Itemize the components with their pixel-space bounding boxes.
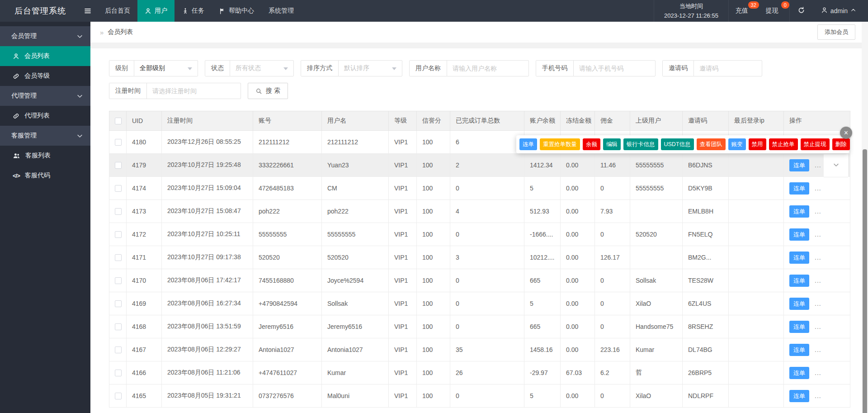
- sidebar-item-客服列表[interactable]: 客服列表: [0, 146, 90, 166]
- top-menu-item-任务[interactable]: 任务: [175, 0, 212, 22]
- row-checkbox[interactable]: [115, 231, 122, 238]
- hamburger-menu-icon[interactable]: [78, 0, 98, 22]
- sidebar-group-客服管理[interactable]: 客服管理: [0, 126, 90, 146]
- more-actions-button[interactable]: ...: [815, 300, 821, 307]
- filter-text-input[interactable]: [699, 65, 756, 72]
- chain-order-button[interactable]: 连单: [789, 344, 809, 356]
- row-checkbox[interactable]: [115, 347, 122, 353]
- filter-select-control[interactable]: 所有状态: [230, 61, 293, 76]
- top-menu-item-系统管理[interactable]: 系统管理: [261, 0, 301, 22]
- top-menu-item-帮助中心[interactable]: 帮助中心: [212, 0, 261, 22]
- chain-order-button[interactable]: 连单: [789, 321, 809, 333]
- recharge-badge: 32: [748, 1, 759, 9]
- more-actions-button[interactable]: ...: [815, 208, 821, 215]
- filter-select-control[interactable]: 默认排序: [339, 61, 402, 76]
- more-actions-button[interactable]: ...: [815, 392, 821, 399]
- select-all-checkbox[interactable]: [115, 118, 122, 124]
- more-actions-button[interactable]: ...: [815, 323, 821, 330]
- recharge-button[interactable]: 充值 32: [729, 0, 759, 22]
- chain-order-button[interactable]: 连单: [789, 390, 809, 402]
- cell-parent-user: [630, 200, 683, 223]
- sidebar-item-label: 代理列表: [24, 112, 50, 120]
- chain-order-button[interactable]: 连单: [789, 275, 809, 287]
- sidebar-item-客服代码[interactable]: </>客服代码: [0, 166, 90, 185]
- row-checkbox[interactable]: [115, 300, 122, 307]
- cell-account: poh222: [253, 200, 322, 223]
- row-checkbox[interactable]: [115, 185, 122, 192]
- popup-action-银行卡信息[interactable]: 银行卡信息: [623, 138, 658, 150]
- popup-action-重置抢单数量[interactable]: 重置抢单数量: [540, 138, 580, 150]
- sidebar-group-代理管理[interactable]: 代理管理: [0, 86, 90, 106]
- admin-user-menu[interactable]: admin: [813, 0, 868, 22]
- more-actions-button[interactable]: ...: [815, 346, 821, 353]
- popup-action-账变[interactable]: 账变: [728, 138, 746, 150]
- withdraw-button[interactable]: 提现 0: [759, 0, 789, 22]
- chain-order-button[interactable]: 连单: [789, 182, 809, 195]
- more-actions-button[interactable]: ...: [815, 369, 821, 376]
- cell-frozen: 0.00: [561, 246, 595, 269]
- cell-invite-code: DL74BG: [683, 338, 729, 361]
- sidebar-group-label: 会员管理: [11, 32, 37, 40]
- popup-action-USDT信息[interactable]: USDT信息: [661, 138, 694, 150]
- more-actions-button[interactable]: ...: [815, 231, 821, 238]
- sidebar-group-label: 客服管理: [11, 132, 37, 140]
- add-member-button[interactable]: 添加会员: [817, 24, 855, 40]
- more-actions-button[interactable]: ...: [815, 185, 821, 192]
- row-expand-chevron[interactable]: [824, 154, 848, 177]
- top-menu-item-后台首页[interactable]: 后台首页: [98, 0, 137, 22]
- search-button[interactable]: 搜 索: [248, 83, 288, 99]
- cell-frozen: 0.00: [561, 177, 595, 200]
- popup-action-查看团队[interactable]: 查看团队: [697, 138, 726, 150]
- filter-text-input[interactable]: [453, 65, 523, 72]
- row-select-cell: [109, 200, 127, 223]
- filter-label: 级别: [109, 61, 134, 76]
- sidebar-item-代理列表[interactable]: 代理列表: [0, 106, 90, 126]
- register-time-input[interactable]: [152, 87, 235, 95]
- row-checkbox[interactable]: [115, 208, 122, 215]
- refresh-button[interactable]: [789, 0, 813, 22]
- chain-order-button[interactable]: 连单: [789, 298, 809, 310]
- more-actions-button[interactable]: ...: [815, 254, 821, 261]
- chain-order-button[interactable]: 连单: [789, 228, 809, 241]
- link-icon: [13, 73, 19, 80]
- sidebar-item-会员等级[interactable]: 会员等级: [0, 66, 90, 86]
- row-checkbox[interactable]: [115, 139, 122, 146]
- popup-action-连单[interactable]: 连单: [519, 138, 537, 150]
- popup-action-禁止提现[interactable]: 禁止提现: [801, 138, 830, 150]
- more-actions-button[interactable]: ...: [815, 161, 821, 169]
- cell-level: VIP1: [389, 385, 417, 408]
- cell-register-time: 2023年08月05日 19:31:21: [162, 385, 253, 408]
- popup-action-禁用[interactable]: 禁用: [749, 138, 766, 150]
- popup-action-余额[interactable]: 余额: [583, 138, 600, 150]
- row-checkbox[interactable]: [115, 254, 122, 261]
- filter-select-状态: 状态所有状态: [205, 60, 294, 76]
- row-checkbox[interactable]: [115, 277, 122, 284]
- cell-register-time: 2023年10月27日 15:08:47: [162, 200, 253, 223]
- row-checkbox[interactable]: [115, 393, 122, 399]
- chain-order-button[interactable]: 连单: [789, 367, 809, 379]
- chain-order-button[interactable]: 连单: [789, 252, 809, 264]
- popup-action-编辑[interactable]: 编辑: [603, 138, 621, 150]
- popup-action-删除[interactable]: 删除: [832, 138, 850, 150]
- cell-invite-code: 26BRP5: [683, 361, 729, 385]
- cell-commission: 0: [595, 269, 630, 292]
- sidebar-group-会员管理[interactable]: 会员管理: [0, 26, 90, 46]
- cell-actions: 连单...: [784, 338, 850, 361]
- popup-action-禁止抢单[interactable]: 禁止抢单: [769, 138, 798, 150]
- vertical-scrollbar[interactable]: [862, 22, 868, 413]
- scrollbar-thumb[interactable]: [863, 149, 867, 413]
- top-menu-item-用户[interactable]: 用户: [137, 0, 175, 22]
- cell-level: VIP1: [389, 200, 417, 223]
- chain-order-button[interactable]: 连单: [789, 159, 809, 171]
- chevron-down-icon: [833, 161, 840, 170]
- filter-text-input[interactable]: [579, 65, 650, 72]
- more-actions-button[interactable]: ...: [815, 277, 821, 284]
- filter-select-control[interactable]: 全部级别: [134, 61, 198, 76]
- sidebar-item-会员列表[interactable]: 会员列表: [0, 46, 90, 66]
- cell-last-login-ip: [729, 315, 784, 338]
- chain-order-button[interactable]: 连单: [789, 205, 809, 218]
- row-checkbox[interactable]: [115, 370, 122, 376]
- row-checkbox[interactable]: [115, 323, 122, 330]
- popup-close-icon[interactable]: ×: [840, 127, 852, 139]
- row-checkbox[interactable]: [115, 162, 122, 169]
